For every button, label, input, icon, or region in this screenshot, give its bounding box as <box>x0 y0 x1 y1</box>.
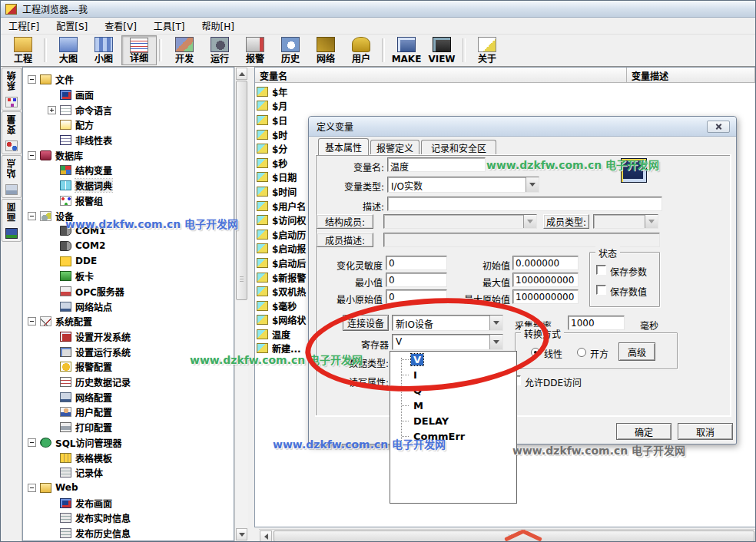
tree-item[interactable]: OPC服务器 <box>23 284 234 299</box>
tree-item[interactable]: Web <box>23 481 234 496</box>
toolbar-button[interactable]: 历史 <box>273 35 308 65</box>
tree-item[interactable]: 命令语言 <box>23 102 234 117</box>
menu-item[interactable]: 配置[S] <box>56 19 88 32</box>
scroll-left-icon[interactable] <box>260 530 272 542</box>
scroll-down-icon[interactable] <box>236 528 247 540</box>
tree-item[interactable]: 板卡 <box>23 269 234 284</box>
collect-rate-input[interactable]: 1000 <box>568 316 625 330</box>
tree-item[interactable]: 数据词典 <box>23 178 234 193</box>
min-value-input[interactable]: 0 <box>386 273 447 287</box>
toolbar-button[interactable]: 关于 <box>469 35 505 65</box>
dialog-title-bar[interactable]: 定义变量 <box>309 117 736 137</box>
tree-item[interactable]: 表格模板 <box>23 450 234 465</box>
sensitivity-input[interactable]: 0 <box>386 256 447 270</box>
scroll-up-icon[interactable] <box>236 68 247 80</box>
tree-expander-icon[interactable] <box>28 484 36 492</box>
menu-item[interactable]: 工具[T] <box>154 19 185 32</box>
tree-item[interactable]: 打印配置 <box>23 420 234 435</box>
tree-item[interactable]: 网络站点 <box>23 299 234 314</box>
variable-name-input[interactable]: 温度 <box>387 157 486 172</box>
list-horizontal-scrollbar[interactable] <box>259 529 755 542</box>
register-option[interactable]: I <box>390 367 516 382</box>
tree-item[interactable]: 文件 <box>23 72 234 88</box>
tree-item[interactable]: 发布历史信息 <box>23 526 234 541</box>
register-option[interactable]: DELAY <box>390 413 516 428</box>
cancel-button[interactable]: 取消 <box>678 423 733 440</box>
side-tab[interactable]: 系统 <box>2 68 22 111</box>
tree-scrollbar[interactable] <box>234 67 248 541</box>
linear-radio[interactable] <box>531 348 540 357</box>
tree-expander-icon[interactable] <box>48 106 56 114</box>
initial-value-input[interactable]: 0.000000 <box>512 256 579 270</box>
side-tab[interactable]: 画面 <box>2 199 22 242</box>
chevron-down-icon[interactable] <box>526 177 539 192</box>
tree-item[interactable]: 历史数据记录 <box>23 375 234 390</box>
tree-item[interactable]: 记录体 <box>23 465 234 481</box>
tree-item[interactable]: 结构变量 <box>23 163 234 178</box>
title-bar[interactable]: 工程浏览器---我 <box>1 1 755 18</box>
variable-list-item[interactable]: $月 <box>257 99 755 114</box>
chevron-down-icon[interactable] <box>489 316 502 330</box>
chevron-down-icon[interactable] <box>489 335 502 349</box>
ok-button[interactable]: 确定 <box>616 423 671 440</box>
tree-expander-icon[interactable] <box>28 317 36 326</box>
advanced-button[interactable]: 高级 <box>618 342 655 361</box>
connect-device-select[interactable]: 新IO设备 <box>392 315 503 331</box>
toolbar-button[interactable]: 大图 <box>51 35 86 65</box>
tree-expander-icon[interactable] <box>28 151 36 160</box>
variable-type-select[interactable]: I/O实数 <box>387 177 539 193</box>
max-raw-input[interactable]: 1000000000 <box>512 289 579 304</box>
save-params-checkbox[interactable] <box>596 265 606 275</box>
side-tab[interactable]: 变量 <box>2 111 22 154</box>
menu-item[interactable]: 帮助[H] <box>202 19 234 32</box>
save-values-checkbox[interactable] <box>596 285 606 295</box>
tree-item[interactable]: 系统配置 <box>23 314 234 329</box>
toolbar-button[interactable]: MAKE <box>389 35 424 65</box>
toolbar-button[interactable]: 开发 <box>167 35 202 65</box>
toolbar-button[interactable]: 工程 <box>5 35 41 65</box>
tab-record-security[interactable]: 记录和安全区 <box>421 140 496 155</box>
register-option[interactable]: M <box>390 398 516 413</box>
tab-alarm-definition[interactable]: 报警定义 <box>370 140 419 155</box>
toolbar-button[interactable]: 报警 <box>237 35 273 65</box>
register-option[interactable]: V <box>390 352 516 367</box>
max-value-input[interactable]: 1000000000 <box>512 273 579 287</box>
min-raw-input[interactable]: 0 <box>386 289 447 304</box>
tree-item[interactable]: 发布实时信息 <box>23 511 234 526</box>
toolbar-button[interactable]: 详细 <box>121 35 157 65</box>
list-scrollbar-thumb[interactable] <box>274 530 754 542</box>
toolbar-button[interactable]: 网络 <box>308 35 343 65</box>
tree-item[interactable]: 画面 <box>23 88 234 103</box>
tab-basic-properties[interactable]: 基本属性 <box>318 138 369 155</box>
toolbar-button[interactable]: 运行 <box>202 35 237 65</box>
menu-item[interactable]: 查看[V] <box>104 19 137 32</box>
tree-item[interactable]: 发布画面 <box>23 495 234 511</box>
sqrt-radio[interactable] <box>577 348 586 357</box>
toolbar-button[interactable]: VIEW <box>424 35 459 65</box>
tree-item[interactable]: 配方 <box>23 117 234 133</box>
tree-item[interactable]: 数据库 <box>23 147 234 163</box>
tree-item[interactable]: 网络配置 <box>23 389 234 405</box>
column-header-name[interactable]: 变量名 <box>255 68 627 83</box>
tree-item[interactable]: SQL访问管理器 <box>23 435 234 451</box>
tree-item[interactable]: COM2 <box>23 239 234 254</box>
tree-expander-icon[interactable] <box>28 438 36 447</box>
tree-expander-icon[interactable] <box>28 212 36 220</box>
description-input[interactable] <box>387 197 662 211</box>
side-tab[interactable]: 站点 <box>2 155 22 198</box>
tree-expander-icon[interactable] <box>28 75 36 84</box>
menu-item[interactable]: 工程[F] <box>8 19 39 32</box>
tree-item[interactable]: 设置开发系统 <box>23 329 234 345</box>
connect-device-button[interactable]: 连接设备 <box>343 315 389 331</box>
toolbar-button[interactable]: 用户 <box>343 35 379 65</box>
tree-item[interactable]: 报警组 <box>23 193 234 209</box>
close-icon[interactable] <box>707 121 730 133</box>
tree-item[interactable]: 非线性表 <box>23 133 234 148</box>
register-select[interactable]: V <box>392 334 503 350</box>
column-header-description[interactable]: 变量描述 <box>627 68 755 83</box>
tree-item[interactable]: DDE <box>23 253 234 269</box>
tree-item[interactable]: 用户配置 <box>23 405 234 420</box>
tree-scrollbar-thumb[interactable] <box>236 81 247 300</box>
toolbar-button[interactable]: 小图 <box>86 35 121 65</box>
variable-list-item[interactable]: $年 <box>257 84 755 99</box>
